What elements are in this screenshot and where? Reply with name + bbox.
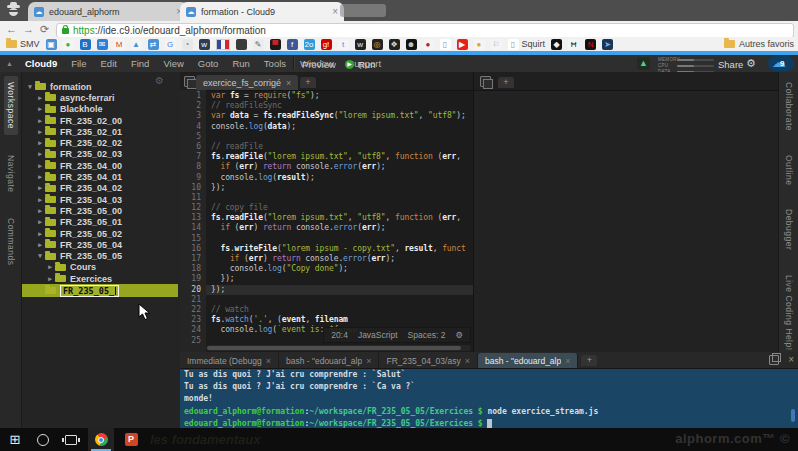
bookmark-france-flag[interactable] (216, 39, 230, 50)
new-editor-tab-button[interactable]: + (498, 77, 514, 88)
tree-item-fr-235-04-03[interactable]: ▸FR_235_04_03 (22, 194, 180, 205)
editor-gutter[interactable]: 1234567891011121314151617181920212223242… (180, 90, 206, 352)
bookmark-page1[interactable]: ▯ (440, 39, 451, 50)
terminal[interactable]: Tu as dis quoi ? J'ai cru comprendre : `… (184, 369, 788, 428)
bookmark-coin[interactable]: ● (474, 39, 485, 50)
disclosure-arrow-icon[interactable]: ▸ (36, 139, 44, 147)
tree-item-fr-235-04-02[interactable]: ▸FR_235_04_02 (22, 183, 180, 194)
close-icon[interactable]: × (366, 356, 371, 366)
cortana-icon[interactable] (30, 428, 56, 451)
new-tab-button[interactable] (340, 4, 386, 17)
close-icon[interactable]: × (266, 356, 271, 366)
forward-icon[interactable]: → (23, 24, 34, 35)
console-tab-fr-235-04-03-asy[interactable]: FR_235_04_03/asy× (379, 353, 477, 368)
start-button[interactable]: ⊞ (2, 428, 28, 451)
split-pane-icon[interactable] (480, 76, 491, 87)
disclosure-arrow-icon[interactable]: ▸ (36, 184, 44, 192)
console-tab-bash-edouard-alp[interactable]: bash - "edouard_alp× (279, 353, 380, 368)
bookmark-smv[interactable]: SMV (6, 39, 40, 49)
left-tab-workspace[interactable]: Workspace (4, 76, 18, 135)
bookmark-translate[interactable]: ⇄ (148, 39, 159, 50)
indent-setting[interactable]: Spaces: 2 (408, 330, 446, 340)
status-gear-icon[interactable]: ⚙ (455, 330, 463, 340)
bookmark-pen[interactable]: ✎ (253, 39, 264, 50)
preview-button[interactable]: Preview (302, 59, 336, 70)
console-tab-immediate-debugg[interactable]: Immediate (Debugg× (180, 353, 279, 368)
new-console-tab-button[interactable]: + (581, 355, 597, 366)
tree-item-fr-235-04-01[interactable]: ▸FR_235_04_01 (22, 171, 180, 182)
share-button[interactable]: Share (718, 59, 743, 70)
menu-cloud9[interactable]: Cloud9 (18, 58, 64, 69)
disclosure-arrow-icon[interactable]: ▸ (36, 241, 44, 249)
disclosure-arrow-icon[interactable]: ▸ (36, 105, 44, 113)
bookmark-drive[interactable]: ▲ (131, 39, 142, 50)
bookmark-vv-dark[interactable]: w (355, 39, 366, 50)
close-icon[interactable]: × (465, 356, 470, 366)
bookmark-spy-circle[interactable]: ☻ (406, 39, 417, 50)
tree-item-fr-235-02-03[interactable]: ▸FR_235_02_03 (22, 149, 180, 160)
right-tab-collaborate[interactable]: Collaborate (782, 76, 796, 137)
bookmark-b-app[interactable]: B (80, 39, 91, 50)
bookmark-coin-ring[interactable]: ◎ (372, 39, 383, 50)
bookmark-diamond[interactable]: ◆ (551, 39, 562, 50)
scrollbar-thumb[interactable] (207, 346, 461, 350)
close-icon[interactable]: × (788, 354, 794, 365)
disclosure-arrow-icon[interactable]: ▸ (36, 196, 44, 204)
menu-find[interactable]: Find (124, 58, 156, 69)
disclosure-arrow-icon[interactable]: ▸ (36, 117, 44, 125)
disclosure-arrow-icon[interactable]: ▸ (36, 94, 44, 102)
bookmark-compass[interactable]: ◔ (182, 39, 193, 50)
bookmark-twitter[interactable]: t (338, 39, 349, 50)
disclosure-arrow-icon[interactable]: ▾ (26, 83, 34, 91)
tree-item-fr-235-02-00[interactable]: ▸FR_235_02_00 (22, 115, 180, 126)
menu-run[interactable]: Run (225, 58, 256, 69)
disclosure-arrow-icon[interactable]: ▸ (46, 275, 54, 283)
right-tab-live-coding-help[interactable]: Live Coding Help! (782, 269, 796, 357)
tree-item-formation[interactable]: ▾formation (22, 81, 180, 92)
bookmark-green-circle[interactable]: ● (63, 39, 74, 50)
bookmark-blue-app[interactable]: ▣ (46, 39, 57, 50)
close-icon[interactable]: × (565, 356, 570, 366)
back-icon[interactable]: ← (6, 24, 17, 35)
bookmark-red-black[interactable]: ▀ (270, 39, 281, 50)
bookmark-squirt[interactable]: ▯Squirt (508, 39, 546, 50)
left-tab-commands[interactable]: Commands (4, 212, 18, 271)
menu-edit[interactable]: Edit (94, 58, 124, 69)
reload-icon[interactable]: ⟳ (40, 24, 49, 35)
menu-tools[interactable]: Tools (257, 58, 293, 69)
menu-file[interactable]: File (64, 58, 93, 69)
tree-item-fr-235-04-00[interactable]: ▸FR_235_04_00 (22, 160, 180, 171)
chrome-taskbar-icon[interactable] (88, 428, 114, 451)
tree-item-fr-235-05-[interactable]: FR_235_05_ (22, 284, 178, 297)
tab-list-icon[interactable] (184, 76, 195, 87)
tree-item-fr-235-05-04[interactable]: ▸FR_235_05_04 (22, 239, 180, 250)
menu-goto[interactable]: Goto (191, 58, 226, 69)
tree-item-cours[interactable]: ▸Cours (22, 262, 180, 273)
menu-view[interactable]: View (156, 58, 190, 69)
powerpoint-taskbar-icon[interactable]: P (118, 428, 144, 451)
disclosure-arrow-icon[interactable]: ▸ (36, 218, 44, 226)
editor-tab-exercice-fs-corrige[interactable]: exercice_fs_corrigé × (196, 75, 298, 90)
disclosure-arrow-icon[interactable]: ▾ (36, 252, 44, 260)
bookmark-google[interactable]: G (165, 39, 176, 50)
right-tab-outline[interactable]: Outline (782, 149, 796, 191)
bookmark-h-app[interactable]: Ħ (568, 39, 579, 50)
browser-tab-formation[interactable]: ☁ formation - Cloud9 × (180, 2, 344, 21)
rename-input[interactable]: FR_235_05_ (60, 285, 119, 297)
bookmark-facebook[interactable]: f (287, 39, 298, 50)
disclosure-arrow-icon[interactable]: ▸ (36, 162, 44, 170)
tree-item-fr-235-02-01[interactable]: ▸FR_235_02_01 (22, 126, 180, 137)
url-bar[interactable]: https://ide.c9.io/edouard_alphorm/format… (56, 23, 794, 38)
disclosure-arrow-icon[interactable]: ▸ (36, 173, 44, 181)
code-area[interactable]: var fs = require("fs");// readFileSyncva… (211, 91, 473, 346)
bookmark-mail[interactable]: ✉ (97, 39, 108, 50)
disclosure-arrow-icon[interactable]: ▸ (36, 150, 44, 158)
cloud9-logo[interactable]: ☁9 (768, 56, 794, 71)
right-tab-debugger[interactable]: Debugger (782, 203, 796, 256)
gear-icon[interactable]: ⚙ (746, 57, 756, 70)
bookmark-blue-20[interactable]: 2o (304, 39, 315, 50)
tree-item-fr-235-05-05[interactable]: ▾FR_235_05_05 (22, 250, 180, 261)
task-view-icon[interactable] (58, 428, 84, 451)
console-tab-bash-edouard-alp[interactable]: bash - "edouard_alp× (478, 353, 579, 368)
disclosure-arrow-icon[interactable]: ▸ (46, 263, 54, 271)
